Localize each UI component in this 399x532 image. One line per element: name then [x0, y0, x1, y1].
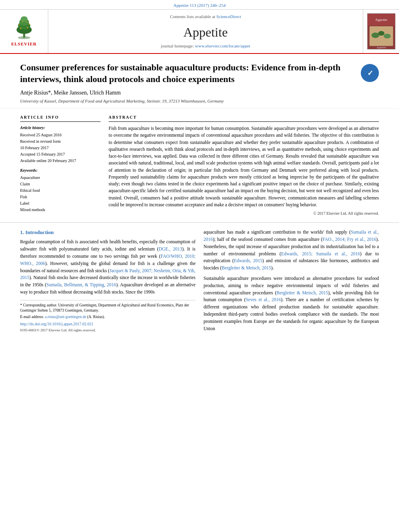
- article-info-header: ARTICLE INFO: [20, 115, 101, 122]
- svg-point-18: [383, 34, 391, 39]
- footnote-email: E-mail address: a.risius@uni-goettingen.…: [20, 314, 195, 320]
- sciencedirect-line: Contents lists available at ScienceDirec…: [170, 14, 241, 20]
- keyword-label: Label: [20, 201, 101, 206]
- author-email-link[interactable]: a.risius@uni-goettingen.de: [45, 315, 86, 319]
- abstract-text: Fish from aquaculture is becoming more i…: [109, 125, 379, 208]
- crossmark-badge[interactable]: ✓: [361, 64, 379, 82]
- footnote-corresponding-author: * Corresponding author. University of Go…: [20, 303, 195, 314]
- body-left-column: 1. Introduction Regular consumption of f…: [20, 229, 195, 335]
- svg-point-6: [20, 28, 21, 29]
- svg-point-9: [29, 24, 30, 25]
- ref-jacquet-2007[interactable]: Jacquet & Pauly, 2007; Nesheim, Oria, & …: [20, 268, 195, 280]
- footnote-section: * Corresponding author. University of Go…: [20, 300, 195, 333]
- article-info-column: ARTICLE INFO Article history: Received 2…: [20, 115, 101, 216]
- svg-text:Appetite: Appetite: [375, 18, 387, 22]
- svg-point-17: [378, 31, 385, 36]
- svg-point-11: [26, 22, 27, 23]
- sciencedirect-link[interactable]: ScienceDirect: [216, 14, 241, 19]
- svg-point-7: [27, 27, 28, 29]
- svg-point-5: [21, 16, 27, 22]
- abstract-header: ABSTRACT: [109, 115, 379, 122]
- journal-cover-image: Appetite Appetite: [367, 13, 395, 49]
- body-content-section: 1. Introduction Regular consumption of f…: [0, 223, 399, 341]
- keyword-claim: Claim: [20, 181, 101, 187]
- journal-homepage-link[interactable]: www.elsevier.com/locate/appet: [195, 43, 250, 48]
- elsevier-logo-container: ELSEVIER: [0, 10, 48, 53]
- ref-seves-2016[interactable]: Seves et al., 2016: [246, 297, 281, 302]
- svg-point-1: [18, 37, 30, 39]
- cover-svg: Appetite Appetite: [367, 14, 395, 49]
- doi-link[interactable]: http://dx.doi.org/10.1016/j.appet.2017.0…: [20, 322, 93, 326]
- ref-sumaila-2016[interactable]: Sumaila, Bellmann, & Tipping, 2016: [46, 282, 116, 287]
- article-title: Consumer preferences for sustainable aqu…: [20, 62, 357, 85]
- abstract-column: ABSTRACT Fish from aquaculture is becomi…: [109, 115, 379, 216]
- doi-line[interactable]: http://dx.doi.org/10.1016/j.appet.2017.0…: [20, 321, 195, 327]
- keywords-label: Keywords:: [20, 168, 101, 173]
- revised-label: Received in revised form: [20, 139, 101, 144]
- svg-point-10: [22, 21, 23, 23]
- received-date: Received 25 August 2016: [20, 132, 101, 138]
- journal-homepage-line: journal homepage: www.elsevier.com/locat…: [161, 43, 250, 49]
- keyword-mixed-methods: Mixed methods: [20, 207, 101, 213]
- section-1-header: 1. Introduction: [20, 229, 195, 236]
- body-paragraph-1: Regular consumption of fish is associate…: [20, 238, 195, 296]
- article-title-section: Consumer preferences for sustainable aqu…: [0, 54, 399, 109]
- ref-bergleiter-2015b[interactable]: Bergleiter & Meisch, 2015: [276, 290, 328, 295]
- journal-name-display: Appetite: [183, 23, 228, 41]
- keyword-aquaculture: Aquaculture: [20, 175, 101, 181]
- revised-date: 10 February 2017: [20, 145, 101, 151]
- article-authors: Antje Risius*, Meike Janssen, Ulrich Ham…: [20, 89, 379, 97]
- keyword-ethical-food: Ethical food: [20, 188, 101, 193]
- ref-dge-2013[interactable]: DGE., 2013: [158, 246, 182, 251]
- ref-fao-2014[interactable]: FAO., 2014; Fry et al., 2016: [323, 237, 376, 242]
- svg-point-16: [371, 33, 379, 38]
- article-history-label: Article history:: [20, 125, 101, 131]
- svg-point-8: [18, 25, 19, 26]
- body-right-column: aquaculture has made a significant contr…: [204, 229, 379, 335]
- body-paragraph-right-2: Sustainable aquaculture procedures were …: [204, 275, 379, 333]
- svg-text:Appetite: Appetite: [376, 46, 386, 49]
- elsevier-tree-icon: [10, 15, 38, 39]
- elsevier-text-label: ELSEVIER: [11, 41, 37, 47]
- ref-edwards-2015[interactable]: Edwards, 2015; Sumaila et al., 2016: [281, 251, 360, 256]
- journal-citation: Appetite 113 (2017) 246–254: [0, 0, 399, 9]
- copyright-line: © 2017 Elsevier Ltd. All rights reserved…: [109, 211, 379, 216]
- svg-text:✓: ✓: [367, 69, 373, 77]
- keyword-fish: Fish: [20, 194, 101, 200]
- title-crossmark-container: Consumer preferences for sustainable aqu…: [20, 62, 379, 85]
- journal-cover: Appetite Appetite: [363, 10, 399, 53]
- article-info-abstract-section: ARTICLE INFO Article history: Received 2…: [0, 109, 399, 223]
- ref-edwards-2015b[interactable]: Edwards, 2015: [234, 258, 262, 263]
- article-affiliation: University of Kassel, Department of Food…: [20, 98, 379, 104]
- journal-header: ELSEVIER Contents lists available at Sci…: [0, 9, 399, 54]
- accepted-date: Accepted 15 February 2017: [20, 152, 101, 157]
- available-date: Available online 20 February 2017: [20, 158, 101, 164]
- body-paragraph-right-1: aquaculture has made a significant contr…: [204, 229, 379, 272]
- elsevier-logo: ELSEVIER: [10, 15, 38, 47]
- crossmark-icon: ✓: [361, 64, 379, 82]
- ref-fao-who-2010[interactable]: FAO/WHO, 2010; WHO., 2006: [20, 254, 195, 266]
- issn-line: 0195-6663/© 2017 Elsevier Ltd. All right…: [20, 328, 195, 333]
- journal-header-center: Contents lists available at ScienceDirec…: [48, 10, 363, 53]
- ref-bergleiter-2015[interactable]: Bergleiter & Meisch, 2015: [222, 265, 271, 270]
